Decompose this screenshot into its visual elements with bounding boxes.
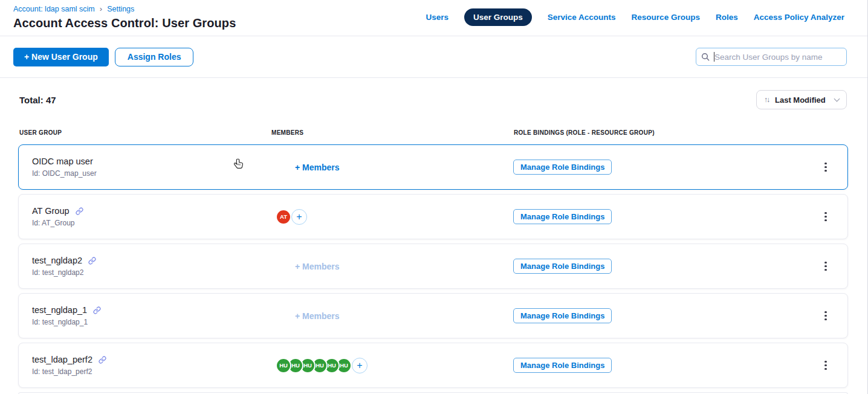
column-role-bindings: ROLE BINDINGS (ROLE - RESOURCE GROUP): [514, 129, 805, 136]
chevron-down-icon: [834, 96, 840, 102]
add-member-button[interactable]: +: [352, 358, 368, 373]
add-members-link[interactable]: + Members: [295, 262, 340, 271]
sort-arrows-icon: ↑↓: [764, 95, 770, 104]
user-group-id: Id: test_ngldap2: [32, 268, 271, 277]
search-input[interactable]: [696, 48, 847, 66]
linked-group-icon: [76, 207, 83, 215]
user-group-id: Id: AT_Group: [32, 219, 271, 227]
user-group-row[interactable]: test_ngldap2 Id: test_ngldap2 + Members …: [18, 244, 848, 289]
user-group-name[interactable]: test_ldap_perf2: [32, 355, 92, 364]
user-group-row[interactable]: AT Group Id: AT_Group AT+ Manage Role Bi…: [18, 194, 848, 239]
tab-roles[interactable]: Roles: [716, 13, 738, 22]
row-options-menu-icon[interactable]: [821, 357, 831, 374]
tab-access-policy-analyzer[interactable]: Access Policy Analyzer: [754, 13, 844, 22]
manage-role-bindings-button[interactable]: Manage Role Bindings: [513, 209, 612, 224]
row-options-menu-icon[interactable]: [821, 159, 831, 176]
page-header: Account: ldap saml scim › Settings Accou…: [0, 0, 867, 36]
user-group-id: Id: OIDC_map_user: [32, 169, 271, 178]
text-caret: [714, 52, 714, 62]
linked-group-icon: [99, 356, 106, 364]
assign-roles-button[interactable]: Assign Roles: [115, 48, 194, 66]
nav-tabs: UsersUser GroupsService AccountsResource…: [426, 0, 844, 27]
member-avatar[interactable]: AT: [276, 209, 291, 225]
user-group-id: Id: test_ngldap_1: [32, 318, 271, 326]
user-group-name[interactable]: OIDC map user: [32, 157, 93, 166]
members-cell: + Members: [271, 163, 513, 172]
tab-users[interactable]: Users: [426, 13, 449, 22]
search-box: [696, 48, 847, 66]
members-cell: + Members: [271, 262, 513, 271]
user-group-list: OIDC map user Id: OIDC_map_user + Member…: [0, 144, 867, 388]
page-title: Account Access Control: User Groups: [13, 16, 236, 30]
user-group-row[interactable]: OIDC map user Id: OIDC_map_user + Member…: [18, 144, 848, 190]
breadcrumb: Account: ldap saml scim › Settings: [13, 4, 236, 13]
members-cell: HUHUHUHUHUHU+: [271, 358, 513, 373]
manage-role-bindings-button[interactable]: Manage Role Bindings: [513, 160, 612, 175]
linked-group-icon: [93, 306, 101, 314]
add-member-button[interactable]: +: [291, 209, 307, 225]
row-options-menu-icon[interactable]: [821, 308, 831, 325]
sort-dropdown[interactable]: ↑↓ Last Modified: [756, 90, 847, 109]
user-group-name[interactable]: AT Group: [32, 206, 70, 216]
new-user-group-button[interactable]: + New User Group: [13, 48, 109, 66]
tab-service-accounts[interactable]: Service Accounts: [548, 13, 616, 22]
user-group-row[interactable]: test_ldap_perf2 Id: test_ldap_perf2 HUHU…: [18, 343, 848, 388]
column-members: MEMBERS: [271, 129, 514, 136]
member-avatar[interactable]: HU: [276, 358, 291, 373]
manage-role-bindings-button[interactable]: Manage Role Bindings: [513, 259, 612, 274]
column-headers: USER GROUP MEMBERS ROLE BINDINGS (ROLE -…: [18, 129, 848, 136]
tab-user-groups[interactable]: User Groups: [464, 8, 532, 26]
column-user-group: USER GROUP: [19, 129, 271, 136]
add-members-link[interactable]: + Members: [295, 311, 340, 321]
user-group-name[interactable]: test_ngldap2: [32, 256, 82, 265]
manage-role-bindings-button[interactable]: Manage Role Bindings: [513, 358, 612, 373]
manage-role-bindings-button[interactable]: Manage Role Bindings: [513, 308, 612, 323]
toolbar: + New User Group Assign Roles: [0, 36, 867, 78]
search-icon: [701, 52, 710, 64]
linked-group-icon: [88, 257, 96, 265]
tab-resource-groups[interactable]: Resource Groups: [632, 13, 700, 22]
list-header: Total: 47 ↑↓ Last Modified: [19, 90, 847, 109]
add-members-link[interactable]: + Members: [295, 163, 340, 172]
breadcrumb-separator-icon: ›: [100, 4, 102, 13]
members-cell: + Members: [271, 311, 513, 321]
sort-selected-value: Last Modified: [775, 95, 830, 105]
user-groups-page: Account: ldap saml scim › Settings Accou…: [0, 0, 868, 394]
total-count: Total: 47: [19, 95, 56, 105]
members-cell: AT+: [271, 209, 513, 225]
user-group-id: Id: test_ldap_perf2: [32, 367, 271, 376]
breadcrumb-account-link[interactable]: Account: ldap saml scim: [13, 5, 95, 13]
row-options-menu-icon[interactable]: [821, 208, 831, 225]
breadcrumb-settings-link[interactable]: Settings: [107, 5, 134, 13]
user-group-row[interactable]: test_ngldap_1 Id: test_ngldap_1 + Member…: [18, 293, 848, 338]
user-group-name[interactable]: test_ngldap_1: [32, 305, 87, 315]
row-options-menu-icon[interactable]: [821, 258, 831, 275]
